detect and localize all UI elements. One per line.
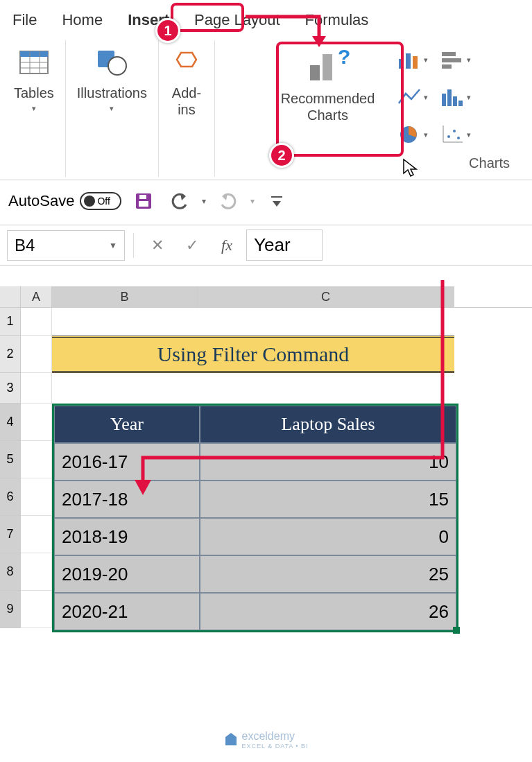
- toggle-state: Off: [97, 196, 110, 207]
- chevron-down-icon: ▾: [110, 104, 114, 113]
- cancel-formula-button[interactable]: ✕: [142, 230, 173, 261]
- pie-chart-button[interactable]: ▾: [393, 118, 432, 151]
- col-header-b[interactable]: B: [52, 286, 198, 307]
- ribbon-tabs: File Home Insert Page Layout Formulas: [0, 0, 532, 35]
- svg-marker-33: [273, 201, 281, 207]
- row-header-2[interactable]: 2: [0, 336, 21, 373]
- tab-formulas[interactable]: Formulas: [293, 6, 381, 35]
- svg-rect-36: [225, 737, 236, 745]
- bar-chart-button[interactable]: ▾: [436, 43, 475, 76]
- undo-button[interactable]: [166, 187, 194, 215]
- row-header-3[interactable]: 3: [0, 373, 21, 404]
- cell[interactable]: 2016-17: [54, 443, 200, 480]
- tables-button[interactable]: Tables ▾: [8, 43, 60, 116]
- watermark-sub: EXCEL & DATA • BI: [241, 743, 308, 750]
- line-chart-button[interactable]: ▾: [393, 80, 432, 114]
- svg-rect-15: [442, 58, 461, 62]
- svg-rect-11: [399, 59, 404, 69]
- svg-point-26: [457, 137, 460, 139]
- cell[interactable]: 2019-20: [54, 555, 200, 593]
- scatter-chart-button[interactable]: ▾: [436, 118, 475, 151]
- formula-input[interactable]: Year: [246, 230, 323, 261]
- svg-rect-28: [139, 201, 148, 207]
- illustrations-button[interactable]: Illustrations ▾: [71, 43, 153, 116]
- row-header-9[interactable]: 9: [0, 591, 21, 628]
- worksheet: A B C 1 2 Using Filter Command 3 4 5 6: [0, 286, 532, 632]
- column-chart-button[interactable]: ▾: [393, 43, 432, 76]
- tab-file[interactable]: File: [0, 6, 49, 35]
- group-illustrations: Illustrations ▾: [66, 40, 159, 177]
- callout-badge-2: 2: [269, 143, 294, 168]
- tab-page-layout[interactable]: Page Layout: [182, 6, 293, 35]
- watermark-text: exceldemy: [241, 730, 294, 742]
- row-header-7[interactable]: 7: [0, 516, 21, 553]
- svg-rect-1: [20, 51, 48, 57]
- ribbon-body: Tables ▾ Illustrations ▾ Add- ins ?: [0, 35, 532, 180]
- tables-label: Tables: [14, 85, 54, 101]
- cursor-icon: [402, 158, 418, 177]
- chevron-down-icon[interactable]: ▾: [250, 196, 255, 206]
- svg-rect-19: [453, 96, 457, 106]
- illustrations-label: Illustrations: [77, 85, 147, 101]
- toggle-knob: [84, 196, 95, 207]
- svg-rect-9: [323, 54, 332, 80]
- recommended-charts-button[interactable]: ? Recommended Charts: [268, 43, 386, 126]
- cell[interactable]: 26: [200, 593, 456, 630]
- redo-button[interactable]: [214, 187, 242, 215]
- svg-point-24: [447, 135, 450, 138]
- addins-label: Add- ins: [172, 85, 201, 118]
- enter-formula-button[interactable]: ✓: [177, 230, 207, 261]
- watermark: exceldemy EXCEL & DATA • BI: [223, 730, 308, 750]
- cell[interactable]: 25: [200, 555, 456, 593]
- cell[interactable]: 15: [200, 480, 456, 518]
- selection-handle[interactable]: [453, 627, 460, 634]
- fx-icon: fx: [221, 236, 232, 254]
- shapes-icon: [95, 46, 128, 79]
- row-header-1[interactable]: 1: [0, 308, 21, 336]
- charts-group-label: Charts: [469, 155, 510, 171]
- row-header-8[interactable]: 8: [0, 553, 21, 591]
- quick-access-toolbar: AutoSave Off ▾ ▾: [0, 180, 532, 225]
- row-header-4[interactable]: 4: [0, 404, 21, 441]
- addins-button[interactable]: Add- ins: [164, 43, 209, 121]
- chart-type-grid: ▾ ▾ ▾ ▾ ▾ ▾: [393, 43, 475, 151]
- table-header-year[interactable]: Year: [54, 406, 200, 443]
- svg-rect-16: [442, 64, 452, 69]
- callout-badge-1: 1: [155, 18, 180, 43]
- autosave-toggle[interactable]: AutoSave Off: [8, 192, 121, 210]
- insert-function-button[interactable]: fx: [212, 230, 242, 261]
- col-header-c[interactable]: C: [198, 286, 454, 307]
- svg-text:?: ?: [338, 46, 350, 68]
- svg-marker-37: [225, 733, 236, 737]
- col-header-a[interactable]: A: [21, 286, 52, 307]
- svg-rect-13: [413, 56, 418, 69]
- title-cell[interactable]: Using Filter Command: [52, 336, 454, 373]
- name-box[interactable]: B4 ▼: [7, 230, 125, 261]
- select-all-corner[interactable]: [0, 286, 21, 307]
- addins-icon: [170, 46, 203, 79]
- cell[interactable]: 0: [200, 518, 456, 555]
- customize-qat-button[interactable]: [263, 187, 291, 215]
- cell[interactable]: 2020-21: [54, 593, 200, 630]
- group-addins: Add- ins: [159, 40, 215, 177]
- chevron-down-icon: ▾: [32, 104, 36, 113]
- save-button[interactable]: [130, 187, 157, 215]
- row-header-5[interactable]: 5: [0, 441, 21, 478]
- cell[interactable]: 2018-19: [54, 518, 200, 555]
- cell[interactable]: 10: [200, 443, 456, 480]
- toggle-switch[interactable]: Off: [80, 192, 121, 210]
- svg-rect-18: [447, 89, 452, 106]
- selected-range[interactable]: Year Laptop Sales 2016-1710 2017-1815 20…: [52, 404, 458, 632]
- group-tables: Tables ▾: [3, 40, 66, 177]
- chevron-down-icon[interactable]: ▼: [109, 241, 117, 250]
- chevron-down-icon[interactable]: ▾: [202, 196, 206, 206]
- svg-rect-29: [139, 195, 146, 199]
- row-header-6[interactable]: 6: [0, 478, 21, 516]
- tab-home[interactable]: Home: [49, 6, 115, 35]
- svg-point-25: [453, 130, 456, 132]
- table-header-sales[interactable]: Laptop Sales: [200, 406, 456, 443]
- svg-rect-8: [310, 65, 320, 80]
- formula-bar: B4 ▼ ✕ ✓ fx Year: [0, 225, 532, 266]
- cell[interactable]: 2017-18: [54, 480, 200, 518]
- histogram-button[interactable]: ▾: [436, 80, 475, 114]
